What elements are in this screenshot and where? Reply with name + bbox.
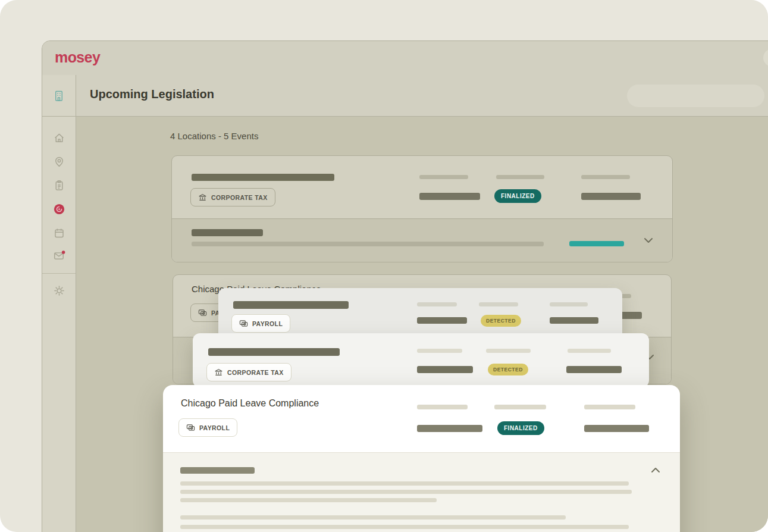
clipboard-icon[interactable]	[53, 179, 65, 192]
meta-skeleton-bar	[584, 405, 635, 409]
legislation-card-1[interactable]: CORPORATE TAX FINALIZED	[171, 155, 673, 262]
action-link-skeleton[interactable]	[569, 241, 624, 246]
mail-icon[interactable]	[53, 249, 65, 262]
cash-icon	[239, 319, 248, 328]
status-badge-detected: DETECTED	[481, 315, 521, 327]
meta-skeleton-bar	[417, 302, 457, 306]
app-window: mosey Upcoming Legislation	[42, 40, 768, 532]
meta-skeleton-bar	[486, 349, 531, 353]
tag-payroll: PAYROLL	[178, 418, 237, 437]
building-icon	[52, 89, 65, 102]
page-canvas: mosey Upcoming Legislation	[0, 0, 768, 532]
top-bar: mosey	[42, 41, 768, 76]
value-skeleton-bar	[584, 425, 649, 432]
card-title: Chicago Paid Leave Compliance	[181, 398, 319, 409]
expand-line-skeleton	[192, 242, 544, 246]
title-skeleton-bar	[233, 301, 349, 309]
mosey-logo: mosey	[55, 49, 100, 66]
status-badge-finalized: FINALIZED	[497, 421, 544, 435]
chevron-down-icon[interactable]	[644, 237, 653, 243]
tag-corporate-tax: CORPORATE TAX	[206, 363, 291, 381]
meta-skeleton-bar	[479, 302, 518, 306]
value-skeleton-bar	[417, 317, 467, 324]
meta-skeleton-bar	[581, 175, 630, 179]
gear-icon[interactable]	[53, 284, 65, 297]
cash-icon	[198, 308, 207, 317]
location-pin-icon[interactable]	[53, 155, 65, 168]
status-badge-finalized: FINALIZED	[494, 189, 541, 203]
avatar[interactable]	[763, 49, 768, 67]
calendar-icon[interactable]	[53, 227, 65, 239]
chevron-up-icon[interactable]	[651, 467, 660, 473]
tag-payroll: PAYROLL	[231, 314, 290, 333]
sidebar-app-icon-cell	[42, 75, 76, 117]
value-skeleton-bar	[581, 193, 641, 200]
meta-skeleton-bar	[417, 349, 462, 353]
bank-icon	[214, 368, 223, 377]
meta-skeleton-bar	[419, 175, 468, 179]
header-search-skeleton[interactable]	[627, 85, 764, 107]
detail-line-skeleton	[180, 515, 566, 520]
detail-line-skeleton	[180, 481, 629, 486]
value-skeleton-bar	[550, 317, 598, 324]
title-skeleton-bar	[208, 348, 340, 356]
card-detail-section	[163, 452, 680, 532]
expand-label-skeleton	[192, 229, 263, 236]
meta-skeleton-bar	[417, 405, 468, 409]
detail-line-skeleton	[180, 525, 629, 529]
page-header: Upcoming Legislation	[76, 75, 768, 117]
home-icon[interactable]	[53, 132, 65, 144]
sidebar-nav	[42, 117, 76, 532]
detail-line-skeleton	[180, 490, 632, 494]
cash-icon	[186, 423, 195, 432]
value-skeleton-bar	[566, 366, 622, 373]
title-skeleton-bar	[192, 174, 334, 181]
value-skeleton-bar	[417, 425, 482, 432]
tag-corporate-tax: CORPORATE TAX	[190, 188, 275, 206]
focus-card-chicago-paid-leave[interactable]: Chicago Paid Leave Compliance PAYROLL FI…	[163, 385, 680, 532]
bank-icon	[198, 193, 207, 202]
detail-label-skeleton	[180, 467, 255, 474]
sidebar-divider	[42, 273, 76, 274]
meta-skeleton-bar	[494, 405, 546, 409]
meta-skeleton-bar	[568, 349, 611, 353]
locations-events-summary: 4 Locations - 5 Events	[170, 131, 258, 141]
card-expand-row[interactable]	[172, 218, 672, 262]
meta-skeleton-bar	[496, 175, 544, 179]
detail-line-skeleton	[180, 498, 437, 502]
value-skeleton-bar	[417, 366, 473, 373]
page-title: Upcoming Legislation	[90, 87, 214, 101]
floating-card-corporate-tax[interactable]: CORPORATE TAX DETECTED	[193, 333, 649, 387]
meta-skeleton-bar	[550, 302, 588, 306]
value-skeleton-bar	[419, 193, 480, 200]
radar-icon[interactable]	[53, 203, 65, 215]
status-badge-detected: DETECTED	[488, 364, 528, 375]
